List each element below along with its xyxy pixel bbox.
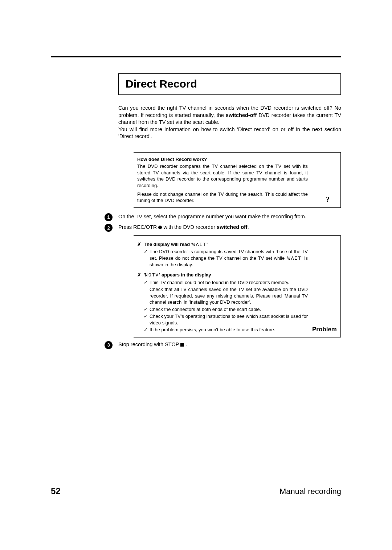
problem-c1: ✓ The DVD recorder is comparing its save… [137, 248, 308, 268]
check-icon: ✓ [144, 279, 148, 286]
problem-c6: ✓ If the problem persists, you won't be … [137, 327, 308, 333]
intro-paragraph: Can you record the right TV channel in s… [118, 105, 341, 140]
c5-text: Check your TV's operating instructions t… [150, 314, 308, 325]
notv-display: NOTV [145, 272, 159, 278]
page-number: 52 [51, 486, 61, 496]
step-number-3: 3 [105, 341, 113, 349]
step-number-1: 1 [105, 213, 113, 221]
step-1: 1 On the TV set, select the programme nu… [118, 213, 341, 221]
x1-text-b: ' [207, 242, 208, 247]
c1-text-a: The DVD recorder is comparing its saved … [150, 249, 308, 261]
record-icon [158, 226, 162, 229]
c4-text: Check the connectors at both ends of the… [150, 307, 261, 312]
wait-display-2: WAIT [287, 256, 302, 261]
info-heading: How does Direct Record work? [137, 156, 308, 163]
section-title: Direct Record [126, 78, 334, 90]
step-3-text: Stop recording with STOP . [118, 341, 341, 348]
x2-text-b: ' appears in the display [159, 272, 211, 278]
section-title-box: Direct Record [118, 73, 341, 95]
step-1-text: On the TV set, select the programme numb… [118, 213, 341, 221]
x1-text-a: The display will read ' [144, 242, 192, 247]
intro-bold: switched-off [226, 112, 257, 118]
c3-text: Check that all TV channels saved on the … [150, 287, 308, 305]
manual-page: Direct Record Can you record the right T… [0, 0, 392, 550]
wait-display: WAIT [192, 242, 207, 247]
check-icon: ✓ [144, 327, 148, 333]
step-2: 2 Press REC/OTR with the DVD recorder sw… [118, 224, 341, 231]
step-3: 3 Stop recording with STOP . [118, 341, 341, 348]
page-footer: 52 Manual recording [51, 486, 341, 496]
x-icon: ✗ [137, 272, 141, 278]
step-3a: Stop recording with STOP [118, 341, 180, 347]
step-2c: . [248, 224, 249, 230]
problem-box: ✗ The display will read 'WAIT' ✓ The DVD… [134, 235, 341, 337]
problem-label: Problem [312, 325, 337, 334]
footer-section-name: Manual recording [279, 487, 341, 496]
problem-c3: Check that all TV channels saved on the … [137, 286, 308, 306]
c2-text: This TV channel could not be found in th… [150, 280, 289, 285]
problem-c4: ✓ Check the connectors at both ends of t… [137, 306, 308, 313]
x-icon: ✗ [137, 241, 141, 248]
problem-c5: ✓ Check your TV's operating instructions… [137, 313, 308, 326]
step-2b: with the DVD recorder [162, 224, 217, 230]
question-mark-icon: ? [326, 195, 330, 205]
check-icon: ✓ [144, 248, 148, 255]
intro-text-2: You will find more information on how to… [118, 126, 341, 139]
info-body-1: The DVD recorder compares the TV channel… [137, 163, 308, 189]
info-box: How does Direct Record work? The DVD rec… [134, 152, 341, 208]
c6-text: If the problem persists, you won't be ab… [150, 327, 275, 332]
problem-x1: ✗ The display will read 'WAIT' [137, 241, 308, 248]
info-body-2: Please do not change channel on the TV d… [137, 191, 308, 204]
check-icon: ✓ [144, 313, 148, 320]
problem-c2: ✓ This TV channel could not be found in … [137, 279, 308, 286]
step-2a: Press REC/OTR [118, 224, 158, 230]
top-rule [51, 56, 341, 57]
step-2-text: Press REC/OTR with the DVD recorder swit… [118, 224, 341, 231]
problem-x2: ✗ 'NOTV' appears in the display [137, 272, 308, 279]
step-2-bold: switched off [217, 224, 248, 230]
stop-icon [180, 343, 184, 347]
main-column: Direct Record Can you record the right T… [118, 73, 341, 348]
check-icon: ✓ [144, 306, 148, 313]
step-3b: . [184, 341, 187, 347]
step-number-2: 2 [105, 224, 113, 232]
